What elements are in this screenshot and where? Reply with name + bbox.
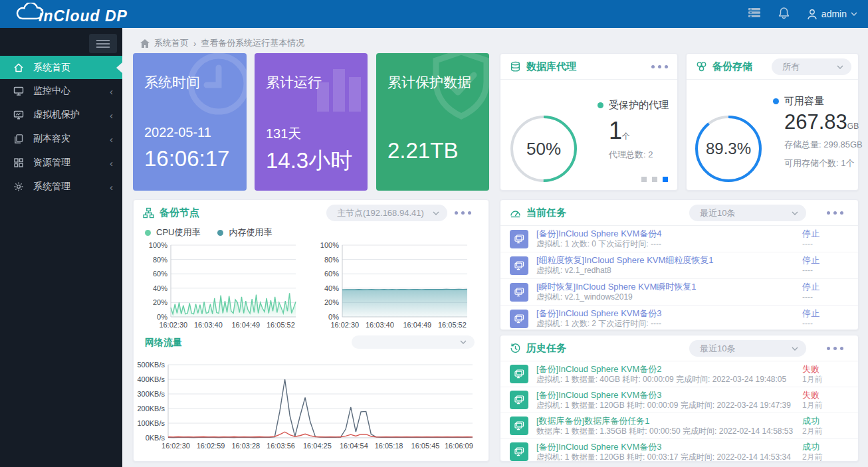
task-title[interactable]: [备份]InCloud Sphere KVM备份4 — [536, 229, 802, 239]
chevron-down-icon — [792, 211, 798, 215]
status-badge: 失败 — [802, 364, 849, 375]
db-agent-value: 1 — [609, 117, 622, 144]
svg-text:16:05:18: 16:05:18 — [375, 442, 403, 450]
network-filter-dropdown[interactable] — [352, 335, 475, 349]
current-tasks-dropdown[interactable]: 最近10条 — [689, 205, 806, 221]
svg-text:500KB/s: 500KB/s — [137, 361, 165, 369]
current-task-list: [备份]InCloud Sphere KVM备份4 虚拟机: 1 次数: 0 下… — [500, 226, 858, 331]
svg-text:16:05:45: 16:05:45 — [411, 442, 440, 450]
bell-icon[interactable] — [778, 7, 790, 22]
top-bar: inCloud DP admin — [0, 0, 868, 28]
svg-text:16:02:30: 16:02:30 — [330, 321, 359, 329]
sidebar-item-resources[interactable]: 资源管理 ‹ — [0, 151, 122, 175]
svg-text:400KB/s: 400KB/s — [137, 375, 165, 383]
storage-unit: GB — [847, 122, 859, 131]
monitor-icon — [13, 86, 25, 96]
task-title[interactable]: [细粒度恢复]InCloud Sphere KVM细粒度恢复1 — [536, 255, 802, 266]
task-title[interactable]: [备份]InCloud Sphere KVM备份3 — [536, 308, 802, 319]
user-icon — [807, 9, 817, 20]
sidebar-item-vm-protect[interactable]: 虚拟机保护 ‹ — [0, 103, 122, 127]
sidebar-item-replica[interactable]: 副本容灾 ‹ — [0, 127, 122, 151]
svg-text:16:02:59: 16:02:59 — [197, 442, 225, 450]
svg-text:0KB/s: 0KB/s — [146, 434, 165, 442]
svg-text:16:03:40: 16:03:40 — [366, 321, 394, 329]
storage-count: 可用存储个数: 1个 — [784, 157, 863, 169]
sidebar-item-monitor[interactable]: 监控中心 ‹ — [0, 79, 122, 103]
svg-text:300KB/s: 300KB/s — [137, 390, 165, 398]
more-menu-icon[interactable] — [455, 211, 471, 215]
db-agent-total: 代理总数: 2 — [609, 149, 669, 161]
vm-monitor-icon — [510, 283, 528, 302]
storage-legend: 可用容量 — [773, 95, 863, 108]
svg-text:0%: 0% — [328, 313, 339, 321]
node-select-dropdown[interactable]: 主节点(192.168.94.41) — [326, 205, 447, 221]
server-list-icon[interactable] — [748, 7, 761, 21]
stop-button[interactable]: 停止 — [802, 282, 849, 292]
backup-node-panel: 备份节点 主节点(192.168.94.41) CPU使用率 内存使用率 0%2… — [133, 199, 489, 462]
hamburger-icon[interactable] — [89, 34, 117, 53]
cpu-usage-chart: 0%20%40%60%80%100%16:02:3016:03:4016:04:… — [140, 237, 300, 333]
stat-card-system-time: 系统时间 2022-05-11 16:06:17 — [133, 53, 247, 191]
network-traffic-chart: 0KB/s100KB/s200KB/s300KB/s400KB/s500KB/s… — [134, 350, 479, 462]
storage-percent: 89.3% — [692, 112, 765, 185]
storage-filter-dropdown[interactable]: 所有 — [772, 58, 851, 75]
task-row[interactable]: [瞬时恢复]InCloud Sphere KVM瞬时恢复1 虚拟机: v2.1_… — [500, 279, 858, 306]
task-row[interactable]: [备份]InCloud Sphere KVM备份3 虚拟机: 1 次数: 2 下… — [500, 306, 858, 331]
task-row[interactable]: [备份]InCloud Sphere KVM备份4 虚拟机: 1 次数: 0 下… — [500, 226, 858, 252]
task-title[interactable]: [备份]InCloud Sphere KVM备份3 — [536, 442, 802, 452]
user-menu[interactable]: admin — [807, 9, 857, 20]
sidebar-item-home[interactable]: 系统首页 — [0, 56, 122, 79]
history-tasks-dropdown[interactable]: 最近10条 — [689, 340, 806, 357]
panel-title: 历史任务 — [526, 342, 566, 355]
sidebar-item-system[interactable]: 系统管理 ‹ — [0, 175, 122, 199]
breadcrumb-home[interactable]: 系统首页 — [154, 37, 189, 49]
task-detail: 虚拟机: 1 次数: 2 下次运行时间: ---- — [536, 319, 802, 329]
desktop-icon — [13, 110, 25, 120]
task-title[interactable]: [瞬时恢复]InCloud Sphere KVM瞬时恢复1 — [536, 282, 802, 292]
grid-icon — [13, 157, 25, 168]
legend-dot-mem — [217, 230, 223, 236]
db-agent-panel: 数据库代理 50% 受保护的代理 1个 代理总数: 2 — [500, 53, 678, 191]
svg-text:16:05:52: 16:05:52 — [267, 321, 295, 329]
gear-icon — [13, 181, 25, 192]
task-sub: ---- — [802, 239, 849, 249]
storage-disks-icon — [696, 61, 707, 72]
task-row[interactable]: [细粒度恢复]InCloud Sphere KVM细粒度恢复1 虚拟机: v2.… — [500, 252, 858, 279]
task-title[interactable]: [备份]InCloud Sphere KVM备份3 — [536, 390, 802, 401]
task-title[interactable]: [备份]InCloud Sphere KVM备份2 — [536, 364, 802, 375]
task-row[interactable]: [备份]InCloud Sphere KVM备份3 虚拟机: 1 数据量: 12… — [500, 387, 858, 413]
stop-button[interactable]: 停止 — [802, 255, 849, 266]
shield-check-icon — [421, 53, 489, 130]
svg-text:80%: 80% — [153, 256, 167, 264]
panel-title: 备份节点 — [160, 207, 199, 219]
more-menu-icon[interactable] — [827, 211, 843, 215]
task-detail: 虚拟机: 1 次数: 0 下次运行时间: ---- — [536, 239, 802, 249]
storage-total: 存储总量: 299.85GB — [784, 139, 863, 151]
database-icon — [510, 61, 521, 72]
task-row[interactable]: [备份]InCloud Sphere KVM备份3 虚拟机: 1 数据量: 12… — [500, 439, 858, 464]
chevron-left-icon: ‹ — [110, 134, 113, 145]
network-section-title: 网络流量 — [145, 337, 182, 349]
more-menu-icon[interactable] — [827, 347, 843, 350]
task-row[interactable]: [备份]InCloud Sphere KVM备份2 虚拟机: 1 数据量: 40… — [500, 361, 858, 387]
db-agent-unit: 个 — [622, 132, 630, 141]
sidebar-item-label: 系统管理 — [33, 181, 110, 193]
svg-text:16:02:30: 16:02:30 — [159, 321, 187, 329]
task-detail: 虚拟机: v2.1_windows2019 — [536, 292, 802, 302]
pagination-dots[interactable] — [641, 177, 668, 182]
home-icon — [140, 39, 150, 48]
task-row[interactable]: [数据库备份]数据库备份任务1 数据库: 1 数据量: 1.35GB 耗时: 0… — [500, 413, 858, 439]
panel-title: 数据库代理 — [526, 60, 576, 73]
sidebar-item-label: 系统首页 — [33, 62, 122, 74]
storage-donut: 89.3% — [692, 112, 765, 185]
task-sub: ---- — [802, 266, 849, 276]
more-menu-icon[interactable] — [651, 65, 668, 68]
home-icon — [13, 62, 25, 73]
svg-text:16:03:28: 16:03:28 — [231, 442, 260, 450]
task-title[interactable]: [数据库备份]数据库备份任务1 — [536, 416, 802, 426]
sidebar-item-label: 资源管理 — [33, 157, 110, 169]
stop-button[interactable]: 停止 — [802, 308, 849, 319]
stop-button[interactable]: 停止 — [802, 229, 849, 239]
legend-dot-cpu — [145, 230, 151, 236]
task-sub: ---- — [802, 319, 849, 329]
